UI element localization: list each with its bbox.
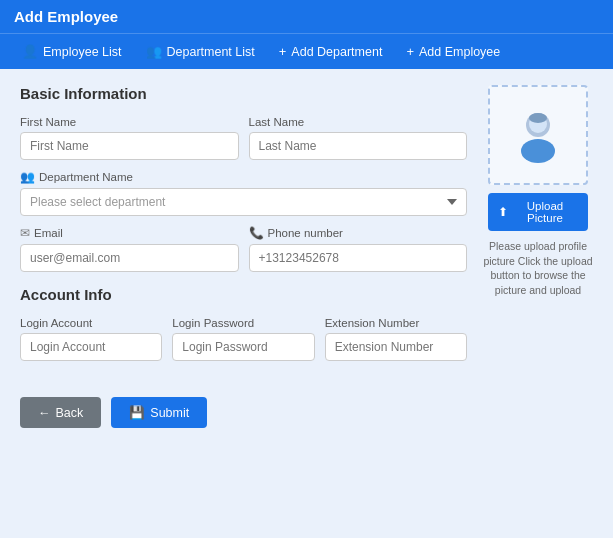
login-password-label: Login Password — [172, 317, 314, 329]
first-name-input[interactable] — [20, 132, 239, 160]
upload-section: ⬆ Upload Picture Please upload profile p… — [483, 85, 593, 371]
upload-button-label: Upload Picture — [512, 200, 578, 224]
login-password-input[interactable] — [172, 333, 314, 361]
email-input[interactable] — [20, 244, 239, 272]
svg-point-1 — [521, 139, 555, 163]
sidebar-item-add-department[interactable]: + Add Department — [267, 34, 395, 69]
avatar-box — [488, 85, 588, 185]
last-name-label: Last Name — [249, 116, 468, 128]
upload-hint: Please upload profile picture Click the … — [483, 239, 593, 298]
department-list-icon: 👥 — [146, 44, 162, 59]
department-row: 👥 Department Name Please select departme… — [20, 170, 467, 216]
title-bar: Add Employee — [0, 0, 613, 33]
sidebar-item-add-employee[interactable]: + Add Employee — [394, 34, 512, 69]
sidebar-item-employee-list[interactable]: 👤 Employee List — [10, 34, 134, 69]
phone-group: 📞 Phone number — [249, 226, 468, 272]
nav-label-employee-list: Employee List — [43, 45, 122, 59]
first-name-label: First Name — [20, 116, 239, 128]
extension-input[interactable] — [325, 333, 467, 361]
nav-bar: 👤 Employee List 👥 Department List + Add … — [0, 33, 613, 69]
account-info-title: Account Info — [20, 286, 467, 303]
content-area: Basic Information First Name Last Name 👥… — [0, 69, 613, 387]
nav-label-department-list: Department List — [167, 45, 255, 59]
nav-label-add-employee: Add Employee — [419, 45, 500, 59]
page-title: Add Employee — [14, 8, 118, 25]
back-label: Back — [56, 406, 84, 420]
extension-label: Extension Number — [325, 317, 467, 329]
upload-picture-button[interactable]: ⬆ Upload Picture — [488, 193, 588, 231]
add-department-icon: + — [279, 44, 287, 59]
avatar — [508, 105, 568, 165]
back-icon: ← — [38, 406, 51, 420]
add-employee-icon: + — [406, 44, 414, 59]
email-group: ✉ Email — [20, 226, 239, 272]
login-password-group: Login Password — [172, 317, 314, 361]
account-section: Account Info Login Account Login Passwor… — [20, 286, 467, 361]
department-icon: 👥 — [20, 170, 35, 184]
form-section: Basic Information First Name Last Name 👥… — [20, 85, 467, 371]
phone-icon: 📞 — [249, 226, 264, 240]
department-label: 👥 Department Name — [20, 170, 467, 184]
email-phone-row: ✉ Email 📞 Phone number — [20, 226, 467, 272]
submit-label: Submit — [150, 406, 189, 420]
last-name-input[interactable] — [249, 132, 468, 160]
back-button[interactable]: ← Back — [20, 397, 101, 428]
phone-input[interactable] — [249, 244, 468, 272]
login-account-group: Login Account — [20, 317, 162, 361]
sidebar-item-department-list[interactable]: 👥 Department List — [134, 34, 267, 69]
first-name-group: First Name — [20, 116, 239, 160]
extension-group: Extension Number — [325, 317, 467, 361]
basic-info-title: Basic Information — [20, 85, 467, 102]
upload-icon: ⬆ — [498, 205, 508, 219]
account-row: Login Account Login Password Extension N… — [20, 317, 467, 361]
last-name-group: Last Name — [249, 116, 468, 160]
name-row: First Name Last Name — [20, 116, 467, 160]
svg-point-3 — [529, 113, 547, 123]
phone-label: 📞 Phone number — [249, 226, 468, 240]
nav-label-add-department: Add Department — [291, 45, 382, 59]
submit-icon: 💾 — [129, 405, 145, 420]
department-select[interactable]: Please select department — [20, 188, 467, 216]
login-account-input[interactable] — [20, 333, 162, 361]
submit-button[interactable]: 💾 Submit — [111, 397, 207, 428]
footer-bar: ← Back 💾 Submit — [0, 387, 613, 438]
login-account-label: Login Account — [20, 317, 162, 329]
employee-list-icon: 👤 — [22, 44, 38, 59]
email-label: ✉ Email — [20, 226, 239, 240]
email-icon: ✉ — [20, 226, 30, 240]
